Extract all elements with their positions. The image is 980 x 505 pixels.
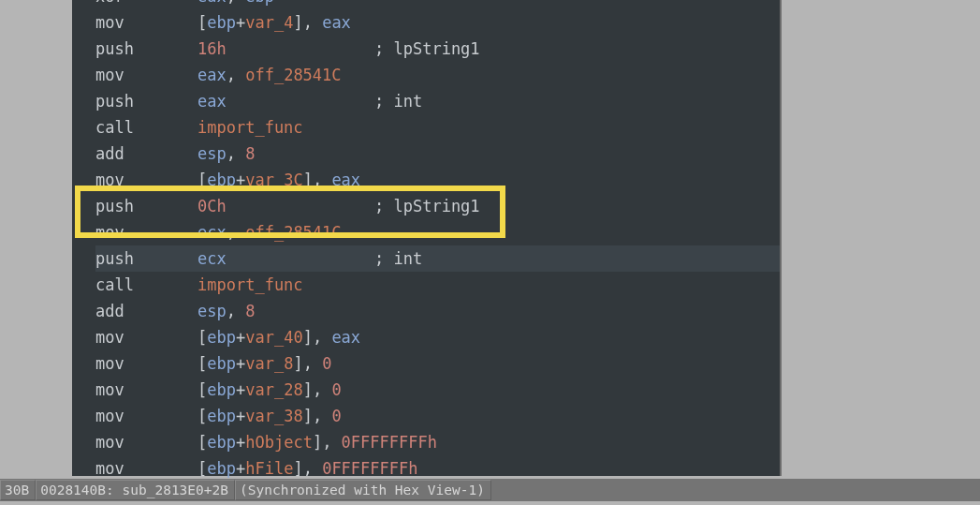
asm-line[interactable]: push0Ch; lpString1 xyxy=(95,193,782,219)
mnemonic: mov xyxy=(95,403,174,429)
mnemonic: mov xyxy=(95,324,174,350)
mnemonic: mov xyxy=(95,219,174,245)
disassembly-pane[interactable]: xoreax, ebpmov[ebp+var_4], eaxpush16h; l… xyxy=(72,0,782,476)
mnemonic: mov xyxy=(95,377,174,403)
operands: [ebp+var_4], eax xyxy=(197,9,351,36)
asm-line[interactable]: mov[ebp+var_8], 0 xyxy=(95,350,782,377)
operands: [ebp+var_28], 0 xyxy=(197,377,342,403)
status-seg-sync[interactable]: (Synchronized with Hex View-1) xyxy=(235,480,491,500)
asm-line[interactable]: movecx, off_28541C xyxy=(95,219,782,245)
right-gutter xyxy=(780,0,782,476)
asm-line[interactable]: pushecx; int xyxy=(95,245,782,272)
mnemonic: push xyxy=(95,88,174,114)
mnemonic: add xyxy=(95,141,174,167)
status-seg-offset[interactable]: 30B xyxy=(0,480,36,500)
operands: [ebp+var_8], 0 xyxy=(197,350,331,377)
mnemonic: mov xyxy=(95,62,174,88)
mnemonic: call xyxy=(95,114,174,141)
operands: esp, 8 xyxy=(197,141,255,167)
asm-line[interactable]: mov[ebp+var_40], eax xyxy=(95,324,782,350)
status-seg-address[interactable]: 0028140B: sub_2813E0+2B xyxy=(36,480,235,500)
comment: ; int xyxy=(374,88,422,114)
operands: import_func xyxy=(197,114,303,141)
mnemonic: mov xyxy=(95,350,174,377)
operands: [ebp+var_40], eax xyxy=(197,324,360,350)
operands: eax, ebp xyxy=(197,0,274,9)
mnemonic: mov xyxy=(95,167,174,193)
operands: esp, 8 xyxy=(197,298,255,324)
mnemonic: mov xyxy=(95,455,174,482)
operands: [ebp+hFile], 0FFFFFFFFh xyxy=(197,455,418,482)
mnemonic: push xyxy=(95,36,174,62)
asm-line[interactable]: mov[ebp+hFile], 0FFFFFFFFh xyxy=(95,455,782,482)
operands: [ebp+var_3C], eax xyxy=(197,167,360,193)
comment: ; int xyxy=(374,245,422,272)
mnemonic: call xyxy=(95,272,174,298)
mnemonic: add xyxy=(95,298,174,324)
mnemonic: xor xyxy=(95,0,174,9)
asm-line[interactable]: mov[ebp+var_4], eax xyxy=(95,9,782,36)
operands: [ebp+hObject], 0FFFFFFFFh xyxy=(197,429,437,455)
comment: ; lpString1 xyxy=(374,193,480,219)
operands: [ebp+var_38], 0 xyxy=(197,403,342,429)
asm-line[interactable]: push16h; lpString1 xyxy=(95,36,782,62)
asm-line[interactable]: mov[ebp+var_38], 0 xyxy=(95,403,782,429)
asm-line[interactable]: callimport_func xyxy=(95,114,782,141)
asm-line[interactable]: moveax, off_28541C xyxy=(95,62,782,88)
disassembler-wrap: xoreax, ebpmov[ebp+var_4], eaxpush16h; l… xyxy=(0,0,783,505)
asm-line[interactable]: mov[ebp+hObject], 0FFFFFFFFh xyxy=(95,429,782,455)
mnemonic: mov xyxy=(95,9,174,36)
operands: ecx, off_28541C xyxy=(197,219,342,245)
operands: 0Ch xyxy=(197,193,227,219)
comment: ; lpString1 xyxy=(374,36,480,62)
asm-line[interactable]: addesp, 8 xyxy=(95,141,782,167)
asm-line[interactable]: mov[ebp+var_28], 0 xyxy=(95,377,782,403)
mnemonic: mov xyxy=(95,429,174,455)
asm-line[interactable]: addesp, 8 xyxy=(95,298,782,324)
operands: import_func xyxy=(197,272,303,298)
asm-line[interactable]: mov[ebp+var_3C], eax xyxy=(95,167,782,193)
mnemonic: push xyxy=(95,245,174,272)
status-bar: 30B 0028140B: sub_2813E0+2B (Synchronize… xyxy=(0,479,980,501)
asm-line[interactable]: xoreax, ebp xyxy=(95,0,782,9)
operands: eax xyxy=(197,88,227,114)
operands: ecx xyxy=(197,245,227,272)
operands: 16h xyxy=(197,36,227,62)
operands: eax, off_28541C xyxy=(197,62,342,88)
asm-line[interactable]: callimport_func xyxy=(95,272,782,298)
mnemonic: push xyxy=(95,193,174,219)
asm-line[interactable]: pusheax; int xyxy=(95,88,782,114)
